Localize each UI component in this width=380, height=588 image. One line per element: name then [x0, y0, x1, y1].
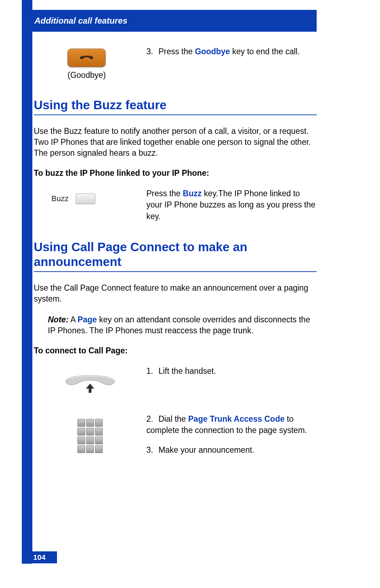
section-heading-buzz: Using the Buzz feature — [34, 98, 317, 115]
keypad-icon-col — [34, 413, 146, 453]
page-footer: 104 — [22, 551, 57, 563]
callpage-body: Use the Call Page Connect feature to mak… — [34, 283, 317, 304]
page-header: Additional call features — [22, 10, 317, 32]
callpage-note: Note: A Page key on an attendant console… — [48, 314, 317, 336]
goodbye-step-text: 3. Press the Goodbye key to end the call… — [146, 46, 317, 57]
buzz-icon-col: Buzz — [34, 188, 146, 204]
text-fragment: Make your announcement. — [158, 445, 254, 454]
keyword-goodbye: Goodbye — [195, 47, 230, 56]
page-content: (Goodbye) 3. Press the Goodbye key to en… — [34, 46, 317, 465]
buzz-subheading: To buzz the IP Phone linked to your IP P… — [34, 168, 317, 178]
goodbye-step-row: (Goodbye) 3. Press the Goodbye key to en… — [34, 46, 317, 80]
keyword-page: Page — [77, 315, 97, 324]
callpage-step23-text: 2. Dial the Page Trunk Access Code to co… — [146, 413, 317, 458]
buzz-body: Use the Buzz feature to notify another p… — [34, 126, 317, 159]
header-title: Additional call features — [34, 16, 127, 26]
goodbye-icon-label: (Goodbye) — [68, 70, 106, 80]
text-fragment: Lift the handset. — [158, 366, 216, 376]
text-fragment: A — [69, 315, 78, 324]
text-fragment: Press the — [158, 47, 195, 56]
page-number: 104 — [33, 553, 45, 562]
callpage-step1-row: 1. Lift the handset. — [34, 365, 317, 396]
left-blue-strip — [22, 0, 32, 564]
text-fragment: Press the — [146, 189, 183, 198]
buzz-step-row: Buzz Press the Buzz key.The IP Phone lin… — [34, 188, 317, 222]
goodbye-button-icon — [68, 49, 106, 67]
callpage-step1-text: 1. Lift the handset. — [146, 365, 317, 377]
handset-icon-col — [34, 365, 146, 396]
step-number: 1. — [146, 365, 156, 377]
handset-down-icon — [78, 52, 95, 63]
note-label: Note: — [48, 315, 69, 324]
callpage-subheading: To connect to Call Page: — [34, 346, 317, 355]
text-fragment: key to end the call. — [230, 47, 300, 56]
keyword-buzz: Buzz — [183, 189, 202, 198]
buzz-icon-label: Buzz — [51, 194, 69, 203]
section-heading-callpage: Using Call Page Connect to make an annou… — [34, 240, 317, 272]
buzz-softkey-icon: Buzz — [51, 191, 95, 204]
step-number: 3. — [146, 46, 156, 57]
text-fragment: Dial the — [158, 414, 188, 423]
softkey-icon — [76, 193, 95, 204]
step-number: 2. — [146, 413, 156, 425]
keyword-page-trunk: Page Trunk Access Code — [188, 414, 285, 423]
lift-handset-icon — [62, 368, 118, 396]
step-number: 3. — [146, 444, 156, 456]
callpage-step23-row: 2. Dial the Page Trunk Access Code to co… — [34, 413, 317, 458]
buzz-step-text: Press the Buzz key.The IP Phone linked t… — [146, 188, 317, 222]
goodbye-icon-col: (Goodbye) — [34, 46, 146, 80]
keypad-icon — [77, 416, 103, 453]
